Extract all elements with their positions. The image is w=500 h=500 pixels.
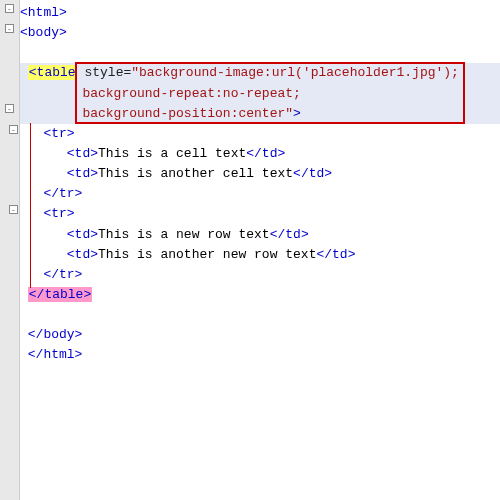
code-line-blank[interactable] [20,305,500,325]
attr-style-val-1: "background-image:url('placeholder1.jpg'… [131,65,459,80]
code-line[interactable]: <body> [20,23,500,43]
tag-tr-open: <tr> [43,206,74,221]
fold-guide-line [30,123,31,288]
code-line[interactable]: <td>This is a cell text</td> [20,144,500,164]
code-line[interactable]: </tr> [20,265,500,285]
fold-toggle-html[interactable]: - [5,4,14,13]
fold-toggle-body[interactable]: - [5,24,14,33]
tag-table-close: </table> [29,287,91,302]
tag-tr-close: </tr> [43,186,82,201]
tag-body-open: <body> [20,25,67,40]
code-line[interactable]: <tr> [20,204,500,224]
code-line[interactable]: <td>This is another new row text</td> [20,245,500,265]
tag-td-close: </td> [293,166,332,181]
tag-td-close: </td> [246,146,285,161]
tag-td-open: <td> [67,146,98,161]
attr-style-val-2: background-repeat:no-repeat; [20,86,301,101]
tag-td-open: <td> [67,166,98,181]
tag-tr-open: <tr> [43,126,74,141]
code-line[interactable]: </tr> [20,184,500,204]
tag-td-close: </td> [270,227,309,242]
code-line[interactable]: <tr> [20,124,500,144]
tag-td-close: </td> [316,247,355,262]
fold-toggle-tr1[interactable]: - [9,125,18,134]
tag-body-close: </body> [28,327,83,342]
code-editor[interactable]: <html> <body> <table style="background-i… [20,3,500,366]
fold-toggle-tr2[interactable]: - [9,205,18,214]
code-line-table-close[interactable]: </table> [20,285,500,305]
code-line[interactable]: <td>This is a new row text</td> [20,225,500,245]
code-line-style-2[interactable]: background-repeat:no-repeat; [20,84,500,104]
code-line[interactable]: </html> [20,345,500,365]
code-line-table-open[interactable]: <table style="background-image:url('plac… [20,63,500,83]
tag-td-open: <td> [67,247,98,262]
tag-td-open: <td> [67,227,98,242]
tag-tr-close: </tr> [43,267,82,282]
tag-table-open: <table [29,65,76,80]
tag-html-open: <html> [20,5,67,20]
fold-toggle-table[interactable]: - [5,104,14,113]
code-line-blank[interactable] [20,43,500,63]
attr-style-key: style= [77,65,132,80]
gutter: - - - - - [0,0,20,500]
cell-text: This is another cell text [98,166,293,181]
tag-close-bracket: > [293,106,301,121]
code-line[interactable]: <td>This is another cell text</td> [20,164,500,184]
attr-style-val-3: background-position:center" [20,106,293,121]
cell-text: This is another new row text [98,247,316,262]
cell-text: This is a cell text [98,146,246,161]
code-line[interactable]: </body> [20,325,500,345]
tag-html-close: </html> [28,347,83,362]
code-line-style-3[interactable]: background-position:center"> [20,104,500,124]
code-line[interactable]: <html> [20,3,500,23]
cell-text: This is a new row text [98,227,270,242]
